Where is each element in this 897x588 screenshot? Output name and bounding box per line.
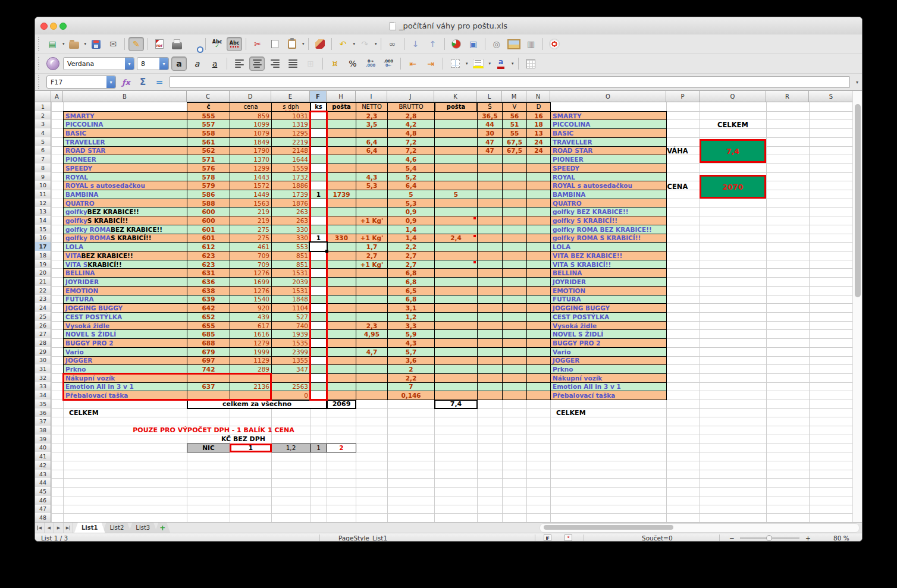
cell-C11[interactable]: 586 xyxy=(187,190,230,199)
cell-M26[interactable] xyxy=(502,321,527,331)
cell-N2[interactable]: 16 xyxy=(526,111,551,121)
cell-E11[interactable]: 1739 xyxy=(271,190,310,199)
column-header-M[interactable]: M xyxy=(502,91,526,102)
column-header-H[interactable]: H xyxy=(327,91,356,102)
row-header-33[interactable]: 33 xyxy=(35,382,51,392)
cell-M8[interactable] xyxy=(502,163,527,173)
cell-B24[interactable]: JOGGING BUGGY xyxy=(63,303,187,313)
cell-E32[interactable] xyxy=(271,373,310,383)
row-header-13[interactable]: 13 xyxy=(35,207,51,216)
email-icon[interactable]: ✉ xyxy=(105,37,121,51)
cell-J5[interactable]: 7,2 xyxy=(387,137,435,147)
cell-O17[interactable]: LOLA xyxy=(550,242,667,251)
row-header-20[interactable]: 20 xyxy=(35,268,51,278)
cell-L32[interactable] xyxy=(477,373,503,383)
cell-N13[interactable] xyxy=(526,207,551,216)
cell-K15[interactable] xyxy=(434,225,478,234)
toolbar-drag-handle[interactable] xyxy=(37,37,40,51)
cell-O21[interactable]: JOYRIDER xyxy=(550,277,667,287)
cell-J31[interactable]: 2 xyxy=(387,364,435,374)
row-header-12[interactable]: 12 xyxy=(35,199,51,208)
cell-E14[interactable]: 263 xyxy=(271,216,310,225)
cell-L34[interactable] xyxy=(477,391,503,400)
cell-O18[interactable]: VITA BEZ KRABICE!! xyxy=(550,251,667,260)
last-sheet-icon[interactable]: ▶ xyxy=(64,523,73,533)
cell-M25[interactable] xyxy=(502,312,527,322)
row-header-43[interactable]: 43 xyxy=(35,470,51,479)
paste-dropdown-icon[interactable]: ▾ xyxy=(302,42,305,46)
cell-O16[interactable]: golfky ROMA S KRABICÍ!! xyxy=(550,234,667,243)
cell-C7[interactable]: 571 xyxy=(187,155,230,164)
cell-O20[interactable]: BELLINA xyxy=(550,268,667,278)
column-header-B[interactable]: B xyxy=(63,91,187,102)
cell-O2[interactable]: SMARTY xyxy=(550,111,667,121)
cell-D31[interactable]: 289 xyxy=(230,364,272,374)
cell-C25[interactable]: 652 xyxy=(187,312,230,322)
cell-C26[interactable]: 655 xyxy=(187,321,230,331)
cell-D32[interactable] xyxy=(230,373,272,383)
paste-icon[interactable] xyxy=(284,37,300,51)
cell-O33[interactable]: Emotion All in 3 v 1 xyxy=(550,382,667,392)
cell-L14[interactable] xyxy=(477,216,503,225)
row-header-15[interactable]: 15 xyxy=(35,225,51,234)
cell-B20[interactable]: BELLINA xyxy=(63,268,187,278)
cell-H29[interactable] xyxy=(327,347,356,357)
total-price-cell[interactable]: 2069 xyxy=(327,400,356,409)
cell-I30[interactable] xyxy=(356,356,388,366)
cell-N19[interactable] xyxy=(526,260,551,269)
cell-D28[interactable]: 1279 xyxy=(230,338,272,348)
edit-mode-icon[interactable]: ✎ xyxy=(128,37,144,51)
cell-B33[interactable]: Emotion All in 3 v 1 xyxy=(63,382,187,392)
cell-H26[interactable] xyxy=(327,321,356,331)
column-header-D[interactable]: D xyxy=(230,91,271,102)
cell-D12[interactable]: 1563 xyxy=(230,199,272,208)
cell-N21[interactable] xyxy=(526,277,551,287)
cell-M24[interactable] xyxy=(502,303,527,313)
cell-N9[interactable] xyxy=(526,172,551,182)
row-header-30[interactable]: 30 xyxy=(35,356,51,366)
borders-icon[interactable] xyxy=(447,56,463,71)
cell-K34[interactable] xyxy=(434,391,478,400)
formula-input[interactable] xyxy=(170,76,850,88)
column-header-N[interactable]: N xyxy=(526,91,550,102)
cell-K11[interactable]: 5 xyxy=(434,190,478,199)
cell-B4[interactable]: BASIC xyxy=(63,128,187,138)
cell-M10[interactable] xyxy=(502,181,527,190)
cell-C6[interactable]: 562 xyxy=(187,146,230,156)
cell-K18[interactable] xyxy=(434,251,478,260)
cell-I19[interactable]: +1 Kg' xyxy=(356,260,388,269)
cell-M31[interactable] xyxy=(502,364,527,374)
cell-F25[interactable] xyxy=(310,312,327,322)
cell-H20[interactable] xyxy=(327,268,356,278)
cell-J22[interactable]: 6,5 xyxy=(387,286,435,295)
cena-value-cell[interactable]: 2070 xyxy=(700,175,766,199)
cell-B5[interactable]: TRAVELLER xyxy=(63,137,187,147)
cell-O14[interactable]: golfky S KRABICÍ!! xyxy=(550,216,667,225)
cell-I25[interactable] xyxy=(356,312,388,322)
row-header-48[interactable]: 48 xyxy=(35,513,51,522)
cell-I16[interactable]: +1 Kg' xyxy=(356,234,388,243)
cell-M27[interactable] xyxy=(502,329,527,339)
cell-M2[interactable]: 56 xyxy=(502,111,527,121)
cell-D22[interactable]: 1276 xyxy=(230,286,272,295)
cell-J18[interactable]: 2,7 xyxy=(387,251,435,260)
cell-M32[interactable] xyxy=(502,373,527,383)
cell-D21[interactable]: 1699 xyxy=(230,277,272,287)
cell-E34[interactable]: 0 xyxy=(271,391,310,400)
cell-E7[interactable]: 1644 xyxy=(271,155,310,164)
cell-M22[interactable] xyxy=(502,286,527,295)
zoom-in-icon[interactable]: + xyxy=(805,533,811,542)
row-header-9[interactable]: 9 xyxy=(35,172,51,182)
cell-C16[interactable]: 601 xyxy=(187,234,230,243)
cell-C13[interactable]: 600 xyxy=(187,207,230,216)
cell-E9[interactable]: 1732 xyxy=(271,172,310,182)
cell-H27[interactable] xyxy=(327,329,356,339)
column-header-Q[interactable]: Q xyxy=(700,91,766,102)
cell-E18[interactable]: 851 xyxy=(271,251,310,260)
cell-H23[interactable] xyxy=(327,295,356,304)
cell-M21[interactable] xyxy=(502,277,527,287)
cell-N29[interactable] xyxy=(526,347,551,357)
function-wizard-icon[interactable]: ƒx xyxy=(120,78,133,87)
cell-L10[interactable] xyxy=(477,181,503,190)
cell-M19[interactable] xyxy=(502,260,527,269)
